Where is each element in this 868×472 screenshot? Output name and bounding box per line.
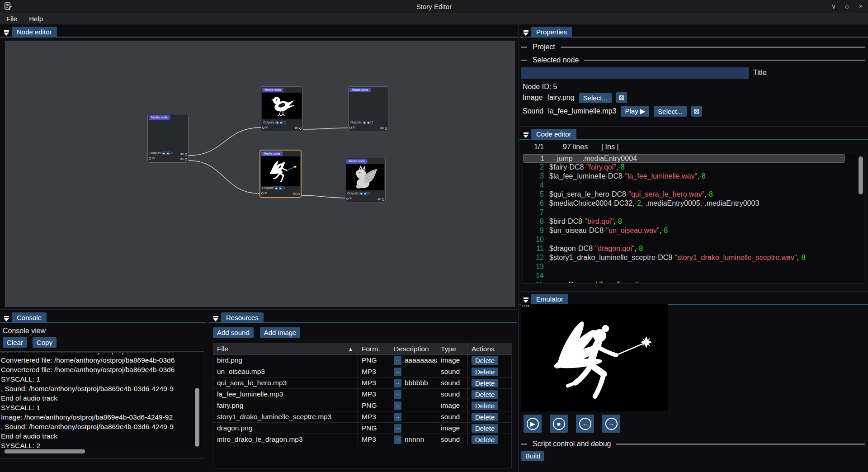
menu-help[interactable]: Help — [29, 15, 43, 23]
table-row[interactable]: la_fee_luminelle.mp3MP3..soundDelete — [213, 389, 511, 400]
input-port[interactable] — [262, 127, 264, 129]
output-port[interactable] — [382, 198, 384, 201]
console-clear-button[interactable]: Clear — [3, 337, 27, 348]
format-cell: PNG — [358, 355, 390, 366]
delete-button[interactable]: Delete — [472, 401, 498, 410]
console-vertical-scrollbar[interactable] — [195, 388, 199, 447]
tab-node-editor[interactable]: Node editor — [12, 27, 57, 38]
edit-description-button[interactable]: .. — [394, 401, 401, 410]
node-image-dragon — [346, 164, 384, 190]
input-port[interactable] — [149, 157, 151, 160]
output-next-button[interactable]: ▶ — [367, 121, 371, 124]
line-number: 15 — [523, 281, 549, 283]
table-row[interactable]: qui_sera_le_hero.mp3MP3..bbbbbbsoundDele… — [213, 378, 511, 389]
title-input[interactable] — [521, 67, 749, 79]
edit-description-button[interactable]: .. — [394, 356, 401, 365]
media-node-3[interactable]: Media nodeOutputs◀▶1In#0 — [259, 150, 302, 198]
image-clear-button[interactable]: ⊠ — [616, 92, 627, 103]
edit-description-button[interactable]: .. — [394, 413, 401, 421]
table-row[interactable]: un_oiseau.mp3MP3..soundDelete — [213, 366, 511, 378]
delete-button[interactable]: Delete — [472, 368, 498, 376]
delete-button[interactable]: Delete — [472, 435, 498, 444]
edit-description-button[interactable]: .. — [394, 368, 401, 376]
delete-button[interactable]: Delete — [472, 356, 498, 365]
column-header-description[interactable]: Description — [390, 343, 437, 354]
column-header-actions[interactable]: Actions — [468, 343, 502, 354]
node-canvas[interactable]: Media nodeOutputs◀▶2In#0#1Media nodeOutp… — [5, 40, 515, 307]
output-next-button[interactable]: ▶ — [166, 151, 170, 155]
delete-button[interactable]: Delete — [472, 379, 498, 387]
line-number: 6 — [523, 199, 549, 208]
window-close-button[interactable]: × — [857, 3, 864, 10]
column-header-type[interactable]: Type — [437, 343, 468, 354]
column-header-file[interactable]: File▲ — [213, 343, 358, 354]
tab-emulator[interactable]: Emulator — [531, 294, 568, 305]
output-port[interactable] — [185, 158, 187, 160]
collapse-icon[interactable] — [520, 128, 531, 140]
tab-console[interactable]: Console — [12, 312, 47, 323]
input-port[interactable] — [261, 192, 264, 194]
tab-properties[interactable]: Properties — [531, 27, 572, 38]
sound-select-button[interactable]: Select... — [654, 106, 686, 117]
console-horizontal-scrollbar[interactable] — [5, 449, 85, 453]
collapse-icon[interactable] — [520, 293, 531, 305]
edit-description-button[interactable]: .. — [394, 435, 401, 444]
output-next-button[interactable]: ▶ — [364, 192, 368, 195]
table-row[interactable]: intro_drako_le_dragon.mp3MP3..nnnnnsound… — [213, 434, 511, 445]
delete-button[interactable]: Delete — [472, 424, 498, 433]
output-port[interactable] — [185, 153, 187, 156]
input-port[interactable] — [349, 127, 352, 129]
table-row[interactable]: fairy.pngPNG..imageDelete — [213, 400, 511, 411]
collapse-icon[interactable] — [520, 26, 531, 38]
table-row[interactable]: bird.pngPNG..aaaaaaaaaimageDelete — [213, 355, 511, 366]
output-prev-button[interactable]: ◀ — [363, 121, 366, 124]
edit-description-button[interactable]: .. — [394, 390, 401, 399]
tab-code-editor[interactable]: Code editor — [531, 129, 576, 140]
step-back-button[interactable]: ← — [576, 415, 594, 433]
output-prev-button[interactable]: ◀ — [275, 121, 279, 124]
collapse-icon[interactable] — [1, 26, 12, 38]
output-port[interactable] — [297, 193, 300, 195]
media-node-1[interactable]: Media nodeOutputs◀▶1In#0 — [261, 86, 303, 132]
media-node-0[interactable]: Media nodeOutputs◀▶2In#0#1 — [147, 114, 189, 163]
node-header-badge: Media node — [149, 115, 170, 120]
code-editor-area[interactable]: 1→jump····.mediaEntry00042$fairy·DC8·"fa… — [523, 154, 864, 283]
insert-mode-indicator: | Ins | — [601, 143, 619, 151]
play-button[interactable]: ▶ — [524, 415, 542, 433]
media-node-2[interactable]: Media nodeOutputs◀▶1In#0 — [348, 86, 388, 132]
stop-button[interactable]: ■ — [550, 415, 568, 433]
column-header-form[interactable]: Form. — [358, 343, 390, 354]
console-copy-button[interactable]: Copy — [33, 337, 57, 348]
output-next-button[interactable]: ▶ — [280, 121, 283, 124]
collapse-icon[interactable] — [1, 312, 12, 323]
build-button[interactable]: Build — [521, 451, 544, 461]
table-row[interactable]: dragon.pngPNG..imageDelete — [213, 423, 511, 434]
delete-button[interactable]: Delete — [472, 413, 498, 421]
window-shade-button[interactable]: ∨ — [830, 3, 837, 10]
console-output[interactable]: Convertered file: /home/anthony/ostproj/… — [1, 353, 202, 448]
image-select-button[interactable]: Select... — [579, 93, 612, 103]
output-next-button[interactable]: ▶ — [279, 186, 283, 190]
input-port[interactable] — [346, 198, 349, 200]
add-image-button[interactable]: Add image — [260, 327, 301, 338]
step-forward-button[interactable]: → — [602, 415, 620, 433]
output-port[interactable] — [385, 127, 387, 130]
sound-play-button[interactable]: Play ▶ — [621, 106, 649, 117]
collapse-icon[interactable] — [210, 312, 221, 323]
output-prev-button[interactable]: ◀ — [359, 192, 363, 195]
output-prev-button[interactable]: ◀ — [274, 186, 278, 190]
table-row[interactable]: story1_drako_luminelle_sceptre.mp3MP3..s… — [213, 411, 511, 423]
add-sound-button[interactable]: Add sound — [213, 327, 254, 338]
edit-description-button[interactable]: .. — [394, 379, 401, 387]
script-control-section-label: Script control and debug — [533, 440, 611, 448]
media-node-4[interactable]: Media nodeOutputs◀▶1In#0 — [345, 158, 386, 203]
output-prev-button[interactable]: ◀ — [162, 151, 165, 155]
tab-resources[interactable]: Resources — [221, 312, 264, 323]
menu-file[interactable]: File — [6, 15, 17, 23]
code-vertical-scrollbar[interactable] — [859, 156, 863, 194]
window-maximize-button[interactable]: ◇ — [844, 3, 851, 10]
sound-clear-button[interactable]: ⊠ — [691, 106, 703, 117]
delete-button[interactable]: Delete — [472, 390, 498, 399]
edit-description-button[interactable]: .. — [394, 424, 401, 433]
output-port[interactable] — [299, 127, 302, 130]
